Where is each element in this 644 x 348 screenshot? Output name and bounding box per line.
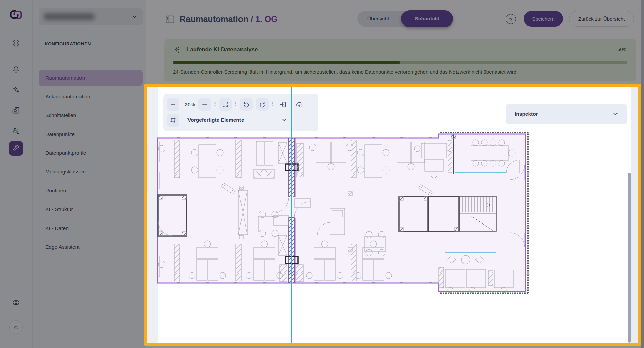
inspector-label: Inspektor xyxy=(515,111,538,117)
nav-item-routinen[interactable]: Routinen xyxy=(39,183,143,199)
page-scrollbar[interactable] xyxy=(641,0,644,348)
user-avatar[interactable]: C xyxy=(9,320,23,334)
layout-panel-icon xyxy=(165,14,175,24)
canvas-right-gutter xyxy=(631,87,638,343)
banner-title: Laufende KI-Datenanalyse xyxy=(186,46,258,53)
canvas-scrollbar-thumb[interactable] xyxy=(628,173,631,343)
zoom-in-button[interactable] xyxy=(167,98,179,111)
page-title-suffix: / 1. OG xyxy=(251,14,278,24)
inspector-panel[interactable]: Inspektor xyxy=(506,104,627,124)
select-tool-icon[interactable] xyxy=(167,114,179,127)
workspace-selector[interactable] xyxy=(39,8,143,25)
save-button[interactable]: Speichern xyxy=(524,11,563,27)
import-button[interactable] xyxy=(277,98,289,111)
cloud-upload-button[interactable] xyxy=(293,98,306,111)
zoom-out-button[interactable] xyxy=(198,98,211,111)
toolbar-separator xyxy=(214,98,216,111)
banner-percent: 50% xyxy=(617,46,627,52)
toolbar-separator xyxy=(272,98,273,111)
zoom-level: 20% xyxy=(182,98,198,111)
nav-item-raumautomation[interactable]: Raumautomation xyxy=(39,70,143,86)
app-logo-icon xyxy=(9,7,23,22)
chevron-down-icon xyxy=(132,14,137,19)
nav-section-label: KONFIGURATIONEN xyxy=(45,41,91,46)
progress-fill xyxy=(173,61,400,64)
page-title: Raumautomation / 1. OG xyxy=(180,14,278,24)
fit-view-button[interactable] xyxy=(219,98,232,111)
nav-panel: KONFIGURATIONEN Raumautomation Anlagenau… xyxy=(33,0,146,348)
toolbar-separator xyxy=(235,98,236,111)
banner-description: 24-Stunden-Controller-Screening läuft im… xyxy=(173,69,518,75)
prefab-elements-dropdown[interactable]: Vorgefertigte Elemente xyxy=(187,114,244,127)
view-toggle: Übersicht Schaubild xyxy=(357,11,448,27)
nav-item-schnittstellen[interactable]: Schnittstellen xyxy=(39,107,143,123)
nav-item-edge-assistent[interactable]: Edge Assistent xyxy=(39,239,143,255)
sparkles-icon xyxy=(173,46,182,54)
nav-item-ki-daten[interactable]: KI - Daten xyxy=(39,220,143,236)
settings-gear-icon[interactable] xyxy=(9,295,23,310)
datapoints-pipe-icon[interactable] xyxy=(9,123,23,138)
chevron-down-icon[interactable] xyxy=(278,114,291,127)
toggle-uebersicht[interactable]: Übersicht xyxy=(357,11,399,27)
ai-sparkles-icon[interactable] xyxy=(9,82,23,97)
tools-wrench-icon[interactable] xyxy=(9,141,23,156)
toggle-schaubild[interactable]: Schaubild xyxy=(401,10,453,27)
horizontal-guide-line xyxy=(147,214,638,214)
redo-button[interactable] xyxy=(256,98,269,111)
back-to-overview-button[interactable]: Zurück zur Übersicht xyxy=(569,11,634,27)
vertical-guide-line xyxy=(291,87,292,343)
ai-analysis-banner: Laufende KI-Datenanalyse 50% 24-Stunden-… xyxy=(164,39,636,81)
rail-divider xyxy=(6,55,26,55)
nav-item-datenpunkte[interactable]: Datenpunkte xyxy=(39,126,143,142)
nav-item-meldungsklassen[interactable]: Meldungsklassen xyxy=(39,164,143,180)
help-icon[interactable]: ? xyxy=(506,14,516,24)
notifications-bell-icon[interactable] xyxy=(9,62,23,77)
undo-button[interactable] xyxy=(240,98,253,111)
nav-item-ki-struktur[interactable]: KI - Struktur xyxy=(39,201,143,217)
avatar-initial: C xyxy=(14,325,18,330)
building-icon[interactable] xyxy=(9,103,23,118)
progress-bar xyxy=(173,61,627,64)
dashboard-gauge-icon[interactable] xyxy=(9,36,23,50)
chevron-down-icon xyxy=(612,111,619,117)
icon-rail: C xyxy=(0,0,33,348)
canvas-left-gutter xyxy=(147,87,158,343)
nav-item-datenpunktprofile[interactable]: Datenpunktprofile xyxy=(39,145,143,161)
workspace-selector-redacted-value xyxy=(44,13,94,20)
canvas-toolbar: 20% Vorgefertigte Elemente xyxy=(163,94,318,131)
app-window: C KONFIGURATIONEN Raumautomation Anlagen… xyxy=(0,0,644,348)
nav-item-anlagenautomation[interactable]: Anlagenautomation xyxy=(39,89,143,105)
